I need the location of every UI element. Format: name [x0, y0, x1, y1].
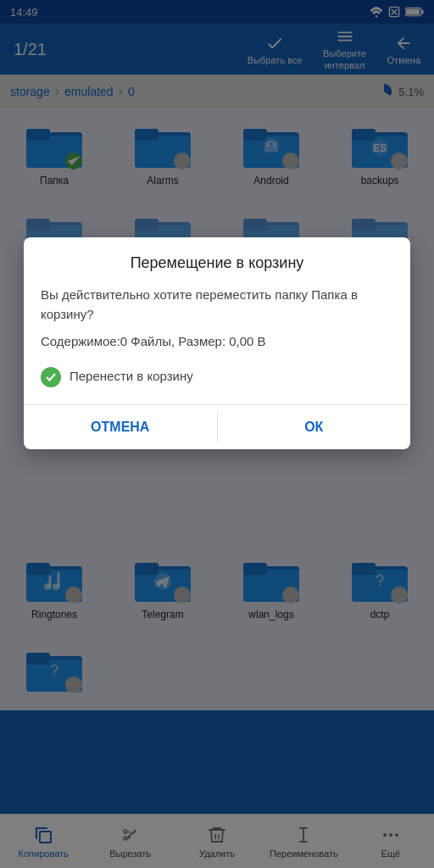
checkbox-checked-icon — [41, 367, 61, 387]
dialog-checkbox-row[interactable]: Перенести в корзину — [41, 360, 393, 391]
checkbox-label: Перенести в корзину — [70, 367, 193, 387]
dialog-title: Перемещение в корзину — [24, 237, 410, 282]
dialog-ok-button[interactable]: ОК — [218, 405, 411, 449]
dialog-message-1: Вы действительно хотите переместить папк… — [41, 286, 393, 324]
dialog-body: Вы действительно хотите переместить папк… — [24, 282, 410, 404]
dialog-cancel-button[interactable]: Отмена — [24, 405, 217, 449]
dialog-message-2: Содержимое:0 Файлы, Размер: 0,00 В — [41, 332, 393, 352]
trash-dialog: Перемещение в корзину Вы действительно х… — [24, 237, 410, 449]
dialog-buttons: Отмена ОК — [24, 405, 410, 449]
